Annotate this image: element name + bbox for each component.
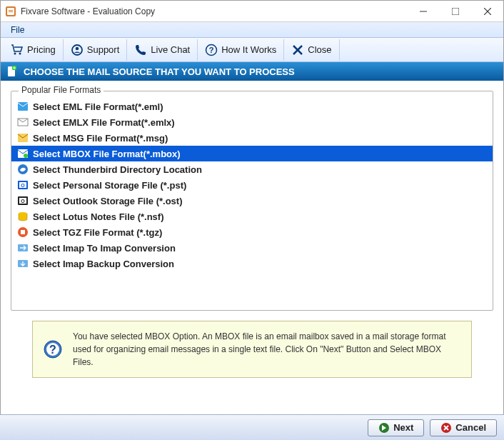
info-box: ? You have selected MBOX Option. An MBOX… <box>32 321 472 378</box>
format-item-label: Select MSG File Format(*.msg) <box>33 133 168 144</box>
svg-text:?: ? <box>209 46 214 54</box>
next-arrow-icon <box>378 422 390 434</box>
window-title: Fixvare Software - Evaluation Copy <box>21 6 407 16</box>
eml-icon <box>17 101 29 112</box>
format-item-label: Select Thunderbird Directory Location <box>33 164 202 175</box>
section-header: CHOOSE THE MAIL SOURCE THAT YOU WANT TO … <box>1 62 503 81</box>
format-item-emlx[interactable]: Select EMLX File Format(*.emlx) <box>11 114 493 130</box>
window-close-button[interactable] <box>471 1 503 21</box>
ost-icon: O <box>17 195 29 206</box>
footer: Next Cancel <box>0 414 504 440</box>
toolbar-livechat-button[interactable]: Live Chat <box>127 39 198 61</box>
info-icon: ? <box>43 339 63 359</box>
format-item-pst[interactable]: OSelect Personal Storage File (*.pst) <box>11 177 493 193</box>
svg-point-9 <box>19 52 21 54</box>
nsf-icon <box>17 211 29 222</box>
cart-icon <box>11 44 24 56</box>
section-header-label: CHOOSE THE MAIL SOURCE THAT YOU WANT TO … <box>24 66 295 77</box>
svg-point-24 <box>24 154 28 158</box>
svg-rect-3 <box>9 11 13 12</box>
imapbk-icon <box>17 258 29 269</box>
toolbar-close-button[interactable]: Close <box>284 39 339 61</box>
toolbar-label: How It Works <box>221 44 276 55</box>
msg-icon <box>17 132 29 144</box>
format-item-label: Select Personal Storage File (*.pst) <box>33 180 186 191</box>
titlebar: Fixvare Software - Evaluation Copy <box>1 1 503 22</box>
svg-rect-34 <box>21 230 25 234</box>
format-item-label: Select TGZ File Format (*.tgz) <box>33 227 162 238</box>
format-item-eml[interactable]: Select EML File Format(*.eml) <box>11 99 493 114</box>
imap-icon <box>17 242 29 254</box>
toolbar-support-button[interactable]: Support <box>64 39 128 61</box>
menubar: File <box>1 22 503 38</box>
next-button[interactable]: Next <box>368 419 424 436</box>
format-list: Select EML File Format(*.eml)Select EMLX… <box>11 99 493 271</box>
mbox-icon <box>17 148 29 159</box>
format-item-mbox[interactable]: Select MBOX File Format(*.mbox) <box>11 146 493 161</box>
minimize-button[interactable] <box>407 1 439 21</box>
cancel-button-label: Cancel <box>455 422 486 433</box>
tbird-icon <box>17 164 29 175</box>
tgz-icon <box>17 226 29 238</box>
format-item-nsf[interactable]: Select Lotus Notes File (*.nsf) <box>11 209 493 224</box>
svg-text:O: O <box>21 183 25 188</box>
menu-file[interactable]: File <box>5 24 30 36</box>
svg-text:O: O <box>21 199 25 204</box>
headset-icon <box>71 44 84 56</box>
toolbar-label: Support <box>87 44 120 55</box>
pst-icon: O <box>17 179 29 191</box>
format-item-imap[interactable]: Select Imap To Imap Conversion <box>11 240 493 256</box>
format-item-label: Select Imap To Imap Conversion <box>33 243 176 254</box>
format-item-imapbk[interactable]: Select Imap Backup Conversion <box>11 256 493 271</box>
svg-rect-5 <box>452 8 459 15</box>
list-filler <box>11 271 493 307</box>
format-item-label: Select Lotus Notes File (*.nsf) <box>33 211 163 222</box>
emlx-icon <box>17 116 29 128</box>
format-item-tgz[interactable]: Select TGZ File Format (*.tgz) <box>11 224 493 240</box>
format-item-label: Select MBOX File Format(*.mbox) <box>33 149 181 159</box>
format-item-ost[interactable]: OSelect Outlook Storage File (*.ost) <box>11 193 493 209</box>
next-button-label: Next <box>393 422 413 433</box>
format-item-label: Select Imap Backup Conversion <box>33 259 174 269</box>
groupbox-legend: Popular File Formats <box>19 85 104 95</box>
toolbar-howitworks-button[interactable]: ? How It Works <box>198 39 284 61</box>
format-item-label: Select EMLX File Format(*.emlx) <box>33 117 175 128</box>
close-icon <box>291 44 304 56</box>
format-item-label: Select Outlook Storage File (*.ost) <box>33 196 182 206</box>
cancel-icon <box>440 422 452 434</box>
toolbar-pricing-button[interactable]: Pricing <box>4 39 64 61</box>
toolbar: Pricing Support Live Chat ? How It Works… <box>1 38 503 62</box>
toolbar-label: Live Chat <box>151 44 190 55</box>
format-item-label: Select EML File Format(*.eml) <box>33 101 163 112</box>
toolbar-label: Pricing <box>27 44 56 55</box>
document-plus-icon <box>6 66 18 77</box>
format-item-msg[interactable]: Select MSG File Format(*.msg) <box>11 130 493 146</box>
question-icon: ? <box>205 44 218 56</box>
toolbar-label: Close <box>308 44 331 55</box>
content-area: Popular File Formats Select EML File For… <box>1 81 503 378</box>
svg-text:?: ? <box>49 344 56 356</box>
format-item-tbird[interactable]: Select Thunderbird Directory Location <box>11 161 493 177</box>
svg-point-11 <box>75 46 79 50</box>
info-text: You have selected MBOX Option. An MBOX f… <box>73 330 461 369</box>
app-icon <box>5 6 16 17</box>
formats-groupbox: Popular File Formats Select EML File For… <box>11 91 493 311</box>
svg-rect-2 <box>9 10 13 11</box>
svg-point-8 <box>14 52 16 54</box>
cancel-button[interactable]: Cancel <box>430 419 497 436</box>
phone-icon <box>134 44 147 56</box>
maximize-button[interactable] <box>439 1 471 21</box>
